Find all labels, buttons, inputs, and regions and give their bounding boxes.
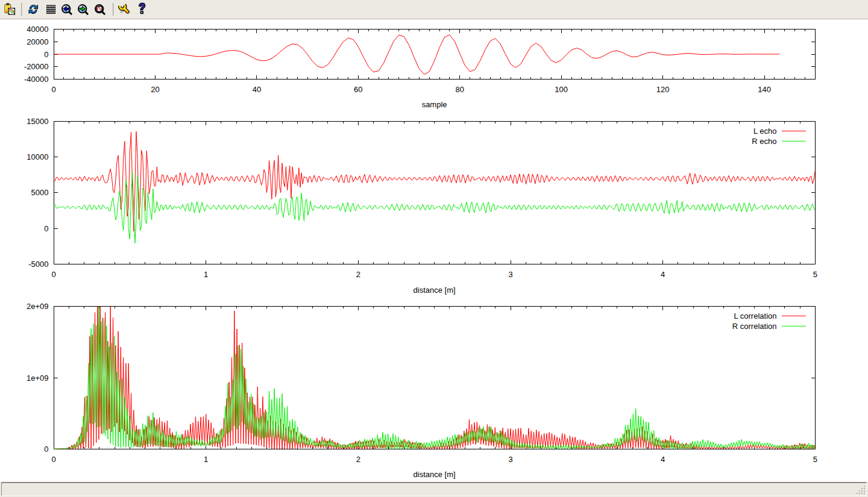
svg-text:R echo: R echo <box>752 137 776 146</box>
svg-text:20000: 20000 <box>27 37 48 46</box>
svg-text:40: 40 <box>253 85 261 94</box>
svg-text:0: 0 <box>51 85 55 94</box>
svg-text:4: 4 <box>661 455 665 464</box>
svg-text:3: 3 <box>508 455 512 464</box>
svg-text:60: 60 <box>354 85 362 94</box>
svg-text:sample: sample <box>422 100 447 109</box>
svg-text:L echo: L echo <box>753 127 777 136</box>
svg-text:5: 5 <box>813 270 817 279</box>
svg-text:L correlation: L correlation <box>734 311 776 320</box>
svg-text:2: 2 <box>356 455 360 464</box>
svg-text:distance [m]: distance [m] <box>414 470 456 479</box>
svg-text:0: 0 <box>44 224 48 233</box>
svg-text:4: 4 <box>661 270 665 279</box>
svg-text:0: 0 <box>44 445 48 454</box>
svg-text:40000: 40000 <box>27 25 48 34</box>
svg-text:5: 5 <box>813 455 817 464</box>
svg-text:100: 100 <box>555 85 568 94</box>
svg-text:R correlation: R correlation <box>732 322 777 331</box>
svg-text:20: 20 <box>151 85 159 94</box>
svg-text:2e+09: 2e+09 <box>27 302 49 311</box>
svg-text:0: 0 <box>51 455 55 464</box>
svg-text:0: 0 <box>51 270 55 279</box>
svg-text:3: 3 <box>508 270 512 279</box>
svg-text:140: 140 <box>758 85 771 94</box>
svg-text:2: 2 <box>356 270 360 279</box>
svg-text:1: 1 <box>204 270 208 279</box>
svg-text:distance [m]: distance [m] <box>414 286 456 295</box>
svg-text:80: 80 <box>456 85 464 94</box>
svg-text:120: 120 <box>656 85 670 94</box>
svg-text:5000: 5000 <box>31 188 49 197</box>
svg-text:15000: 15000 <box>27 117 48 126</box>
svg-text:-40000: -40000 <box>24 75 48 84</box>
svg-text:-20000: -20000 <box>24 62 48 71</box>
svg-text:1: 1 <box>204 455 208 464</box>
svg-text:-5000: -5000 <box>28 260 48 269</box>
svg-text:1e+09: 1e+09 <box>27 374 49 383</box>
svg-text:0: 0 <box>44 50 48 59</box>
svg-text:10000: 10000 <box>27 152 48 161</box>
